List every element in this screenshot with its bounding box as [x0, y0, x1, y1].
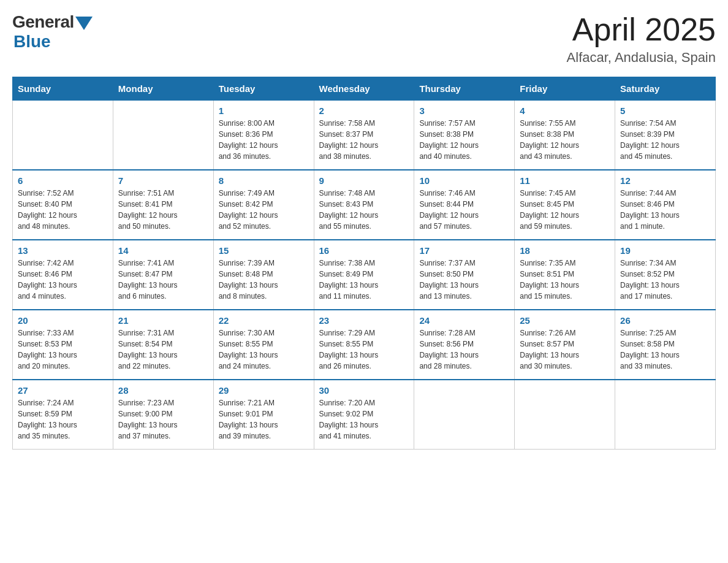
- calendar-cell: 10Sunrise: 7:46 AM Sunset: 8:44 PM Dayli…: [414, 170, 515, 240]
- day-number: 3: [419, 105, 509, 116]
- day-number: 4: [520, 105, 610, 116]
- calendar-week-row: 20Sunrise: 7:33 AM Sunset: 8:53 PM Dayli…: [13, 310, 716, 380]
- calendar-table: SundayMondayTuesdayWednesdayThursdayFrid…: [12, 77, 716, 450]
- day-number: 2: [319, 105, 409, 116]
- day-info: Sunrise: 7:30 AM Sunset: 8:55 PM Dayligh…: [219, 327, 309, 372]
- day-number: 25: [520, 315, 610, 326]
- day-number: 10: [419, 175, 509, 186]
- calendar-cell: 9Sunrise: 7:48 AM Sunset: 8:43 PM Daylig…: [314, 170, 414, 240]
- day-number: 18: [520, 245, 610, 256]
- day-number: 24: [419, 315, 509, 326]
- day-info: Sunrise: 7:24 AM Sunset: 8:59 PM Dayligh…: [18, 397, 108, 442]
- calendar-cell: 2Sunrise: 7:58 AM Sunset: 8:37 PM Daylig…: [314, 101, 414, 170]
- calendar-cell: 12Sunrise: 7:44 AM Sunset: 8:46 PM Dayli…: [615, 170, 716, 240]
- page-header: General Blue April 2025 Alfacar, Andalus…: [12, 12, 716, 66]
- title-block: April 2025 Alfacar, Andalusia, Spain: [567, 12, 716, 66]
- day-number: 1: [219, 105, 309, 116]
- day-number: 16: [319, 245, 409, 256]
- day-info: Sunrise: 8:00 AM Sunset: 8:36 PM Dayligh…: [219, 118, 309, 162]
- day-info: Sunrise: 7:51 AM Sunset: 8:41 PM Dayligh…: [118, 188, 208, 232]
- day-number: 11: [520, 175, 610, 186]
- calendar-cell: [515, 380, 615, 450]
- calendar-cell: 27Sunrise: 7:24 AM Sunset: 8:59 PM Dayli…: [13, 380, 113, 450]
- day-of-week-header: Tuesday: [213, 77, 314, 101]
- day-of-week-header: Monday: [113, 77, 213, 101]
- day-number: 19: [620, 245, 710, 256]
- day-number: 7: [118, 175, 208, 186]
- calendar-cell: 14Sunrise: 7:41 AM Sunset: 8:47 PM Dayli…: [113, 240, 213, 310]
- day-info: Sunrise: 7:41 AM Sunset: 8:47 PM Dayligh…: [118, 258, 208, 302]
- calendar-cell: 15Sunrise: 7:39 AM Sunset: 8:48 PM Dayli…: [213, 240, 314, 310]
- day-info: Sunrise: 7:57 AM Sunset: 8:38 PM Dayligh…: [419, 118, 509, 162]
- calendar-cell: 17Sunrise: 7:37 AM Sunset: 8:50 PM Dayli…: [414, 240, 515, 310]
- calendar-cell: 19Sunrise: 7:34 AM Sunset: 8:52 PM Dayli…: [615, 240, 716, 310]
- calendar-cell: 30Sunrise: 7:20 AM Sunset: 9:02 PM Dayli…: [314, 380, 414, 450]
- calendar-cell: 16Sunrise: 7:38 AM Sunset: 8:49 PM Dayli…: [314, 240, 414, 310]
- calendar-cell: 24Sunrise: 7:28 AM Sunset: 8:56 PM Dayli…: [414, 310, 515, 380]
- day-info: Sunrise: 7:26 AM Sunset: 8:57 PM Dayligh…: [520, 327, 610, 372]
- day-number: 20: [18, 315, 108, 326]
- logo-blue-text: Blue: [13, 32, 51, 52]
- day-info: Sunrise: 7:37 AM Sunset: 8:50 PM Dayligh…: [419, 258, 509, 302]
- day-number: 14: [118, 245, 208, 256]
- day-number: 17: [419, 245, 509, 256]
- calendar-header-row: SundayMondayTuesdayWednesdayThursdayFrid…: [13, 77, 716, 101]
- day-info: Sunrise: 7:39 AM Sunset: 8:48 PM Dayligh…: [219, 258, 309, 302]
- day-info: Sunrise: 7:25 AM Sunset: 8:58 PM Dayligh…: [620, 327, 710, 372]
- day-number: 30: [319, 385, 409, 396]
- calendar-cell: 22Sunrise: 7:30 AM Sunset: 8:55 PM Dayli…: [213, 310, 314, 380]
- day-info: Sunrise: 7:42 AM Sunset: 8:46 PM Dayligh…: [18, 258, 108, 302]
- calendar-cell: 20Sunrise: 7:33 AM Sunset: 8:53 PM Dayli…: [13, 310, 113, 380]
- calendar-cell: 21Sunrise: 7:31 AM Sunset: 8:54 PM Dayli…: [113, 310, 213, 380]
- calendar-cell: 4Sunrise: 7:55 AM Sunset: 8:38 PM Daylig…: [515, 101, 615, 170]
- day-of-week-header: Saturday: [615, 77, 716, 101]
- day-info: Sunrise: 7:48 AM Sunset: 8:43 PM Dayligh…: [319, 188, 409, 232]
- day-info: Sunrise: 7:34 AM Sunset: 8:52 PM Dayligh…: [620, 258, 710, 302]
- day-number: 29: [219, 385, 309, 396]
- logo: General Blue: [12, 12, 93, 52]
- day-of-week-header: Sunday: [13, 77, 113, 101]
- calendar-cell: 7Sunrise: 7:51 AM Sunset: 8:41 PM Daylig…: [113, 170, 213, 240]
- day-number: 26: [620, 315, 710, 326]
- calendar-cell: 11Sunrise: 7:45 AM Sunset: 8:45 PM Dayli…: [515, 170, 615, 240]
- calendar-cell: 26Sunrise: 7:25 AM Sunset: 8:58 PM Dayli…: [615, 310, 716, 380]
- calendar-cell: 6Sunrise: 7:52 AM Sunset: 8:40 PM Daylig…: [13, 170, 113, 240]
- calendar-cell: 3Sunrise: 7:57 AM Sunset: 8:38 PM Daylig…: [414, 101, 515, 170]
- calendar-week-row: 13Sunrise: 7:42 AM Sunset: 8:46 PM Dayli…: [13, 240, 716, 310]
- day-info: Sunrise: 7:31 AM Sunset: 8:54 PM Dayligh…: [118, 327, 208, 372]
- day-info: Sunrise: 7:45 AM Sunset: 8:45 PM Dayligh…: [520, 188, 610, 232]
- day-number: 27: [18, 385, 108, 396]
- calendar-cell: [615, 380, 716, 450]
- day-info: Sunrise: 7:35 AM Sunset: 8:51 PM Dayligh…: [520, 258, 610, 302]
- day-of-week-header: Friday: [515, 77, 615, 101]
- logo-triangle-icon: [75, 17, 93, 30]
- day-info: Sunrise: 7:52 AM Sunset: 8:40 PM Dayligh…: [18, 188, 108, 232]
- day-info: Sunrise: 7:28 AM Sunset: 8:56 PM Dayligh…: [419, 327, 509, 372]
- day-info: Sunrise: 7:21 AM Sunset: 9:01 PM Dayligh…: [219, 397, 309, 442]
- day-number: 28: [118, 385, 208, 396]
- calendar-cell: 13Sunrise: 7:42 AM Sunset: 8:46 PM Dayli…: [13, 240, 113, 310]
- day-number: 9: [319, 175, 409, 186]
- day-info: Sunrise: 7:23 AM Sunset: 9:00 PM Dayligh…: [118, 397, 208, 442]
- calendar-cell: [414, 380, 515, 450]
- calendar-cell: [13, 101, 113, 170]
- calendar-cell: 23Sunrise: 7:29 AM Sunset: 8:55 PM Dayli…: [314, 310, 414, 380]
- day-info: Sunrise: 7:33 AM Sunset: 8:53 PM Dayligh…: [18, 327, 108, 372]
- day-number: 6: [18, 175, 108, 186]
- day-number: 12: [620, 175, 710, 186]
- day-number: 22: [219, 315, 309, 326]
- logo-general-text: General: [12, 12, 74, 32]
- calendar-week-row: 1Sunrise: 8:00 AM Sunset: 8:36 PM Daylig…: [13, 101, 716, 170]
- day-number: 15: [219, 245, 309, 256]
- day-info: Sunrise: 7:49 AM Sunset: 8:42 PM Dayligh…: [219, 188, 309, 232]
- calendar-week-row: 6Sunrise: 7:52 AM Sunset: 8:40 PM Daylig…: [13, 170, 716, 240]
- calendar-cell: 8Sunrise: 7:49 AM Sunset: 8:42 PM Daylig…: [213, 170, 314, 240]
- month-year-title: April 2025: [567, 12, 716, 47]
- calendar-cell: 18Sunrise: 7:35 AM Sunset: 8:51 PM Dayli…: [515, 240, 615, 310]
- day-number: 8: [219, 175, 309, 186]
- day-info: Sunrise: 7:46 AM Sunset: 8:44 PM Dayligh…: [419, 188, 509, 232]
- calendar-cell: [113, 101, 213, 170]
- calendar-cell: 5Sunrise: 7:54 AM Sunset: 8:39 PM Daylig…: [615, 101, 716, 170]
- day-number: 13: [18, 245, 108, 256]
- day-number: 23: [319, 315, 409, 326]
